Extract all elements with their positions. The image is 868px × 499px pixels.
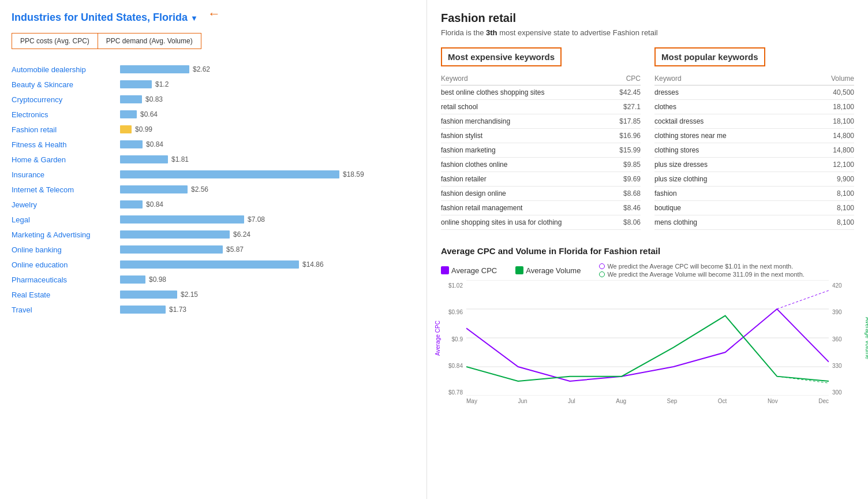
- expensive-keyword-row: best online clothes shopping sites$42.45: [441, 85, 641, 100]
- expensive-keyword-cell: fashion retailer: [441, 172, 611, 187]
- bar-value: $1.73: [169, 306, 186, 314]
- chart-container: $1.02 $0.96 $0.9 $0.84 $0.78: [441, 280, 854, 396]
- industry-row: Fitness & Health$0.84: [12, 138, 415, 151]
- industry-name[interactable]: Marketing & Advertising: [12, 230, 115, 239]
- subtitle-rank: 3th: [486, 28, 497, 37]
- popular-keyword-cell: boutique: [654, 201, 806, 215]
- bar-container: $6.24: [120, 230, 415, 239]
- expensive-keyword-row: fashion retailer$9.69: [441, 172, 641, 187]
- bar-value: $1.2: [155, 80, 169, 88]
- bar: [120, 125, 132, 133]
- bar: [120, 155, 168, 163]
- x-dec: Dec: [818, 398, 829, 404]
- industry-name[interactable]: Internet & Telecom: [12, 185, 115, 194]
- keywords-section: Most expensive keywords Keyword CPC best…: [441, 47, 854, 230]
- industry-row: Electronics$0.64: [12, 108, 415, 121]
- bar-container: $0.99: [120, 125, 415, 133]
- dropdown-arrow[interactable]: ▼: [190, 14, 198, 23]
- bar-container: $2.56: [120, 185, 415, 193]
- industry-row: Home & Garden$1.81: [12, 153, 415, 166]
- bar-container: $0.84: [120, 200, 415, 208]
- svg-line-7: [777, 285, 829, 309]
- bar-value: $0.98: [149, 275, 166, 284]
- expensive-cpc-cell: $9.85: [611, 158, 641, 172]
- chart-svg: [466, 280, 829, 396]
- industry-name[interactable]: Insurance: [12, 170, 115, 179]
- bar-value: $14.86: [302, 260, 324, 269]
- bar-container: $1.81: [120, 155, 415, 163]
- ppc-costs-tab[interactable]: PPC costs (Avg. CPC): [12, 33, 98, 49]
- industry-name[interactable]: Automobile dealership: [12, 65, 115, 74]
- popular-keyword-row: mens clothing8,100: [654, 215, 854, 230]
- industry-name[interactable]: Online education: [12, 260, 115, 269]
- industry-name[interactable]: Jewelry: [12, 200, 115, 209]
- popular-volume-cell: 18,100: [806, 114, 854, 129]
- industry-name[interactable]: Pharmaceuticals: [12, 275, 115, 284]
- bar-container: $0.84: [120, 140, 415, 148]
- industry-name[interactable]: Real Estate: [12, 291, 115, 299]
- prediction-cpc: We predict the Average CPC will become $…: [599, 263, 804, 270]
- bar-value: $6.24: [233, 230, 250, 239]
- popular-keyword-cell: fashion: [654, 187, 806, 201]
- expensive-cpc-cell: $8.68: [611, 187, 641, 201]
- title-text: Industries for United States,: [12, 12, 150, 23]
- industry-row: Insurance$18.59: [12, 168, 415, 181]
- y-right-5: 420: [832, 282, 854, 289]
- prediction-volume: We predict the Average Volume will becom…: [599, 271, 804, 278]
- expensive-keyword-row: fashion merchandising$17.85: [441, 114, 641, 129]
- bar-value: $5.87: [226, 245, 244, 254]
- industry-name[interactable]: Cryptocurrency: [12, 95, 115, 104]
- popular-keyword-cell: clothing stores: [654, 143, 806, 158]
- ppc-demand-tab[interactable]: PPC demand (Avg. Volume): [98, 33, 201, 49]
- bar-value: $7.08: [248, 215, 265, 224]
- bar-value: $0.83: [145, 95, 163, 103]
- legend-cpc-label: Average CPC: [451, 266, 497, 275]
- location-text: Florida: [153, 12, 188, 23]
- left-panel: Industries for United States, Florida ▼ …: [0, 0, 427, 499]
- popular-volume-cell: 8,100: [806, 215, 854, 230]
- y-axis-right: 420 390 360 330 300: [829, 280, 854, 396]
- bar: [120, 245, 223, 254]
- bar-container: $1.73: [120, 306, 415, 314]
- industry-name[interactable]: Home & Garden: [12, 155, 115, 164]
- expensive-cpc-cell: $17.85: [611, 114, 641, 129]
- bar: [120, 230, 230, 239]
- expensive-box-title: Most expensive keywords: [441, 47, 562, 66]
- industry-row: Real Estate$2.15: [12, 288, 415, 301]
- industry-row: Marketing & Advertising$6.24: [12, 228, 415, 241]
- industry-name[interactable]: Fitness & Health: [12, 140, 115, 149]
- industry-name[interactable]: Fashion retail: [12, 125, 115, 134]
- expensive-keyword-cell: best online clothes shopping sites: [441, 85, 611, 100]
- expensive-keyword-cell: fashion stylist: [441, 129, 611, 143]
- cpc-color-box: [441, 266, 449, 274]
- bar-value: $2.56: [191, 185, 208, 193]
- bar: [120, 110, 137, 118]
- industry-name[interactable]: Online banking: [12, 245, 115, 254]
- popular-keyword-row: plus size clothing9,900: [654, 172, 854, 187]
- y-axis-right-label: Average Volume: [865, 317, 868, 359]
- page-title: Industries for United States, Florida ▼: [12, 12, 415, 24]
- y-right-4: 390: [832, 309, 854, 315]
- expensive-keyword-row: fashion clothes online$9.85: [441, 158, 641, 172]
- popular-keyword-row: dresses40,500: [654, 85, 854, 100]
- x-axis: May Jun Jul Aug Sep Oct Nov Dec: [441, 396, 854, 404]
- industry-row: Online education$14.86: [12, 258, 415, 271]
- popular-keyword-header: Keyword: [654, 72, 806, 85]
- industry-name[interactable]: Beauty & Skincare: [12, 80, 115, 89]
- chart-svg-wrapper: [466, 280, 829, 396]
- expensive-keyword-header: Keyword: [441, 72, 611, 85]
- popular-keyword-row: clothing stores14,800: [654, 143, 854, 158]
- bar-value: $0.64: [140, 110, 158, 118]
- popular-keyword-cell: plus size clothing: [654, 172, 806, 187]
- industry-name[interactable]: Travel: [12, 306, 115, 314]
- volume-color-box: [515, 266, 523, 274]
- subtitle: Florida is the 3th most expensive state …: [441, 28, 854, 37]
- popular-keyword-row: clothing stores near me14,800: [654, 129, 854, 143]
- bar-container: $14.86: [120, 260, 415, 269]
- x-oct: Oct: [718, 398, 727, 404]
- industry-name[interactable]: Electronics: [12, 110, 115, 119]
- expensive-keyword-cell: fashion marketing: [441, 143, 611, 158]
- industry-name[interactable]: Legal: [12, 215, 115, 224]
- popular-volume-cell: 9,900: [806, 172, 854, 187]
- right-panel: Fashion retail Florida is the 3th most e…: [427, 0, 868, 499]
